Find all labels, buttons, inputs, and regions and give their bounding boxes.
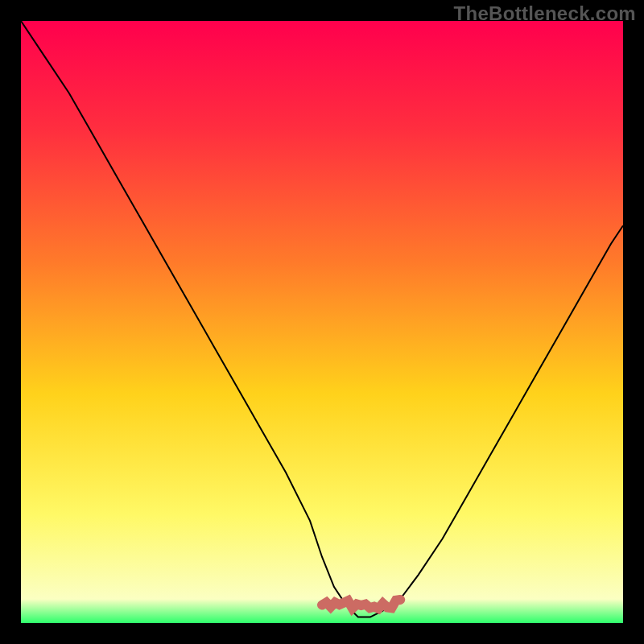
chart-frame: TheBottleneck.com [0,0,644,644]
chart-svg [21,21,623,623]
chart-background [21,21,623,623]
chart-plot-area [21,21,623,623]
watermark-text: TheBottleneck.com [454,2,636,25]
